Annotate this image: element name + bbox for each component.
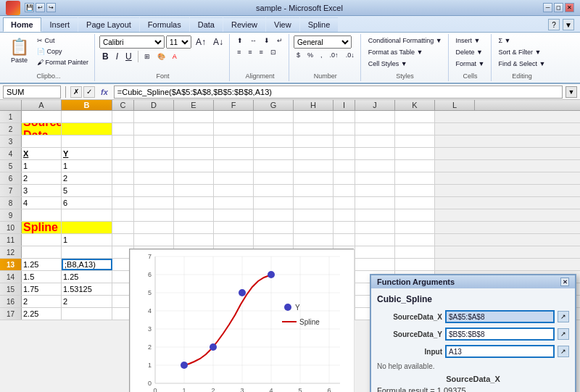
- cell-f3[interactable]: [214, 135, 254, 147]
- row-header-4[interactable]: 4: [0, 148, 22, 159]
- cell-d10[interactable]: [134, 222, 174, 233]
- cell-k4[interactable]: [395, 148, 435, 159]
- align-left-button[interactable]: ≡: [234, 47, 244, 57]
- wrap-text-button[interactable]: ↵: [274, 36, 286, 46]
- row-header-13[interactable]: 13: [0, 259, 22, 270]
- align-top-button[interactable]: ⬆: [234, 36, 246, 46]
- cell-j10[interactable]: [355, 222, 395, 233]
- cell-j11[interactable]: [355, 234, 395, 246]
- autosum-button[interactable]: Σ ▼: [496, 36, 514, 46]
- cell-f7[interactable]: [214, 185, 254, 196]
- cell-h7[interactable]: [294, 185, 334, 196]
- cell-g11[interactable]: [254, 234, 294, 246]
- cell-h1[interactable]: [294, 111, 334, 122]
- cell-i9[interactable]: [334, 209, 355, 221]
- cell-a17[interactable]: 2.25: [22, 308, 62, 320]
- cell-f9[interactable]: [214, 209, 254, 221]
- cell-h9[interactable]: [294, 209, 334, 221]
- cell-a9[interactable]: [22, 209, 62, 221]
- help-button[interactable]: ?: [548, 19, 560, 30]
- cell-b11[interactable]: 1: [62, 234, 112, 246]
- dialog-input-input[interactable]: [445, 345, 555, 358]
- cell-a8[interactable]: 4: [22, 197, 62, 209]
- cell-g8[interactable]: [254, 197, 294, 209]
- cell-b8[interactable]: 6: [62, 197, 112, 209]
- cell-j5[interactable]: [355, 160, 395, 172]
- cell-h4[interactable]: [294, 148, 334, 159]
- cell-a10[interactable]: Spline: [22, 222, 62, 233]
- cell-b13[interactable]: ;B8,A13): [62, 259, 112, 270]
- cell-b7[interactable]: 5: [62, 185, 112, 196]
- cell-g10[interactable]: [254, 222, 294, 233]
- cell-j4[interactable]: [355, 148, 395, 159]
- cell-b17[interactable]: [62, 308, 112, 320]
- cell-d2[interactable]: [134, 123, 174, 135]
- row-header-2[interactable]: 2: [0, 123, 22, 135]
- cell-b3[interactable]: [62, 135, 112, 147]
- underline-button[interactable]: U: [123, 50, 135, 63]
- tab-insert[interactable]: Insert: [42, 17, 78, 32]
- align-bottom-button[interactable]: ⬇: [261, 36, 273, 46]
- cell-k10[interactable]: [395, 222, 435, 233]
- row-header-14[interactable]: 14: [0, 271, 22, 283]
- cell-e8[interactable]: [174, 197, 214, 209]
- align-middle-button[interactable]: ↔: [247, 36, 260, 46]
- cell-i10[interactable]: [334, 222, 355, 233]
- dialog-close-button[interactable]: ✕: [560, 278, 569, 286]
- insert-button[interactable]: Insert ▼: [453, 36, 484, 46]
- conditional-formatting-button[interactable]: Conditional Formatting ▼: [365, 36, 445, 46]
- align-center-button[interactable]: ≡: [245, 47, 254, 57]
- paste-button[interactable]: 📋 Paste: [6, 36, 33, 66]
- cell-c11[interactable]: [112, 234, 134, 246]
- formula-expand-button[interactable]: ▼: [566, 86, 577, 98]
- row-header-3[interactable]: 3: [0, 135, 22, 147]
- font-size-select[interactable]: 11: [166, 36, 191, 49]
- col-header-b[interactable]: B: [62, 100, 112, 110]
- restore-button[interactable]: ◻: [554, 3, 563, 12]
- decimal-increase-button[interactable]: .0↑: [327, 50, 341, 60]
- cell-a5[interactable]: 1: [22, 160, 62, 172]
- cell-d1[interactable]: [134, 111, 174, 122]
- row-header-5[interactable]: 5: [0, 160, 22, 172]
- cell-h2[interactable]: [294, 123, 334, 135]
- format-button[interactable]: Format ▼: [453, 59, 488, 69]
- name-box[interactable]: [3, 86, 61, 99]
- cell-e11[interactable]: [174, 234, 214, 246]
- cell-k7[interactable]: [395, 185, 435, 196]
- cell-h10[interactable]: [294, 222, 334, 233]
- cell-g1[interactable]: [254, 111, 294, 122]
- col-header-i[interactable]: I: [334, 100, 355, 110]
- delete-button[interactable]: Delete ▼: [453, 47, 486, 57]
- cell-e10[interactable]: [174, 222, 214, 233]
- cell-k13[interactable]: [395, 259, 435, 270]
- cell-i8[interactable]: [334, 197, 355, 209]
- cell-a12[interactable]: [22, 246, 62, 258]
- italic-button[interactable]: I: [113, 50, 121, 63]
- cell-a16[interactable]: 2: [22, 296, 62, 307]
- cell-g3[interactable]: [254, 135, 294, 147]
- number-format-select[interactable]: General: [294, 36, 352, 49]
- cell-f6[interactable]: [214, 172, 254, 184]
- minimize-button[interactable]: ─: [543, 3, 552, 12]
- cell-c7[interactable]: [112, 185, 134, 196]
- cell-i7[interactable]: [334, 185, 355, 196]
- cell-k6[interactable]: [395, 172, 435, 184]
- cell-b10[interactable]: [62, 222, 112, 233]
- cell-styles-button[interactable]: Cell Styles ▼: [365, 59, 410, 69]
- cell-a15[interactable]: 1.75: [22, 283, 62, 295]
- ribbon-minimize-button[interactable]: ▼: [563, 19, 574, 30]
- tab-review[interactable]: Review: [223, 17, 265, 32]
- dialog-arrow-input[interactable]: ↗: [558, 346, 569, 357]
- cell-j8[interactable]: [355, 197, 395, 209]
- tab-home[interactable]: Home: [3, 17, 41, 32]
- row-header-12[interactable]: 12: [0, 246, 22, 258]
- cell-g5[interactable]: [254, 160, 294, 172]
- row-header-1[interactable]: 1: [0, 111, 22, 122]
- cell-i4[interactable]: [334, 148, 355, 159]
- cell-j2[interactable]: [355, 123, 395, 135]
- col-header-j[interactable]: J: [355, 100, 395, 110]
- font-color-button[interactable]: A: [170, 51, 180, 62]
- cell-a4[interactable]: X: [22, 148, 62, 159]
- merge-button[interactable]: ⊡: [268, 47, 279, 57]
- cell-i3[interactable]: [334, 135, 355, 147]
